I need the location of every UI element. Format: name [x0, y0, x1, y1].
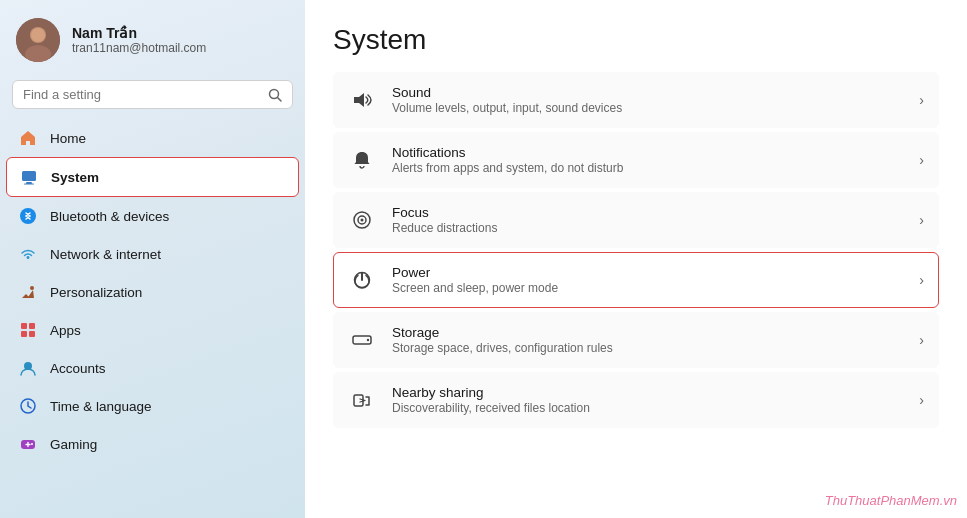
search-icon [268, 88, 282, 102]
chevron-right-icon-nearby: › [919, 392, 924, 408]
sound-icon [348, 86, 376, 114]
settings-item-title-storage: Storage [392, 325, 903, 340]
sidebar-item-home[interactable]: Home [6, 119, 299, 157]
sidebar-item-label-gaming: Gaming [50, 437, 97, 452]
settings-item-desc-notifications: Alerts from apps and system, do not dist… [392, 161, 903, 175]
sidebar-item-label-accounts: Accounts [50, 361, 106, 376]
power-icon [348, 266, 376, 294]
settings-item-desc-storage: Storage space, drives, configuration rul… [392, 341, 903, 355]
accounts-icon [18, 358, 38, 378]
apps-icon [18, 320, 38, 340]
search-bar[interactable] [12, 80, 293, 109]
sidebar-item-personalization[interactable]: Personalization [6, 273, 299, 311]
page-title: System [333, 24, 939, 56]
sidebar-item-label-time: Time & language [50, 399, 152, 414]
settings-item-text-nearby: Nearby sharing Discoverability, received… [392, 385, 903, 415]
svg-rect-11 [21, 323, 27, 329]
settings-item-text-sound: Sound Volume levels, output, input, soun… [392, 85, 903, 115]
sidebar-item-label-system: System [51, 170, 99, 185]
svg-marker-21 [354, 93, 364, 107]
settings-item-title-notifications: Notifications [392, 145, 903, 160]
bluetooth-icon [18, 206, 38, 226]
settings-item-text-power: Power Screen and sleep, power mode [392, 265, 903, 295]
svg-rect-8 [24, 184, 34, 185]
sidebar-item-system[interactable]: System [6, 157, 299, 197]
sidebar-item-label-bluetooth: Bluetooth & devices [50, 209, 169, 224]
user-email: tran11nam@hotmail.com [72, 41, 206, 55]
settings-item-nearby[interactable]: Nearby sharing Discoverability, received… [333, 372, 939, 428]
network-icon [18, 244, 38, 264]
chevron-right-icon-focus: › [919, 212, 924, 228]
settings-item-notifications[interactable]: Notifications Alerts from apps and syste… [333, 132, 939, 188]
settings-item-title-power: Power [392, 265, 903, 280]
user-info: Nam Trần tran11nam@hotmail.com [72, 25, 206, 55]
settings-item-storage[interactable]: Storage Storage space, drives, configura… [333, 312, 939, 368]
focus-icon [348, 206, 376, 234]
svg-point-9 [20, 208, 36, 224]
system-icon [19, 167, 39, 187]
settings-item-focus[interactable]: Focus Reduce distractions › [333, 192, 939, 248]
svg-rect-12 [29, 323, 35, 329]
svg-point-27 [367, 339, 369, 341]
sidebar-item-time[interactable]: Time & language [6, 387, 299, 425]
chevron-right-icon-power: › [919, 272, 924, 288]
settings-item-text-focus: Focus Reduce distractions [392, 205, 903, 235]
svg-rect-14 [29, 331, 35, 337]
sidebar-item-gaming[interactable]: Gaming [6, 425, 299, 463]
settings-item-desc-nearby: Discoverability, received files location [392, 401, 903, 415]
svg-point-20 [31, 443, 33, 445]
storage-icon [348, 326, 376, 354]
sidebar: Nam Trần tran11nam@hotmail.com Home [0, 0, 305, 518]
personalization-icon [18, 282, 38, 302]
sidebar-item-apps[interactable]: Apps [6, 311, 299, 349]
settings-item-title-sound: Sound [392, 85, 903, 100]
settings-list: Sound Volume levels, output, input, soun… [333, 72, 939, 430]
sidebar-item-label-apps: Apps [50, 323, 81, 338]
sidebar-item-label-network: Network & internet [50, 247, 161, 262]
avatar [16, 18, 60, 62]
home-icon [18, 128, 38, 148]
chevron-right-icon-sound: › [919, 92, 924, 108]
svg-point-24 [361, 219, 364, 222]
gaming-icon [18, 434, 38, 454]
settings-item-text-notifications: Notifications Alerts from apps and syste… [392, 145, 903, 175]
settings-item-sound[interactable]: Sound Volume levels, output, input, soun… [333, 72, 939, 128]
chevron-right-icon-storage: › [919, 332, 924, 348]
nearby-icon [348, 386, 376, 414]
chevron-right-icon-notifications: › [919, 152, 924, 168]
svg-rect-6 [22, 171, 36, 181]
user-profile: Nam Trần tran11nam@hotmail.com [0, 0, 305, 76]
sidebar-item-network[interactable]: Network & internet [6, 235, 299, 273]
user-name: Nam Trần [72, 25, 206, 41]
search-input[interactable] [23, 87, 260, 102]
sidebar-item-label-personalization: Personalization [50, 285, 142, 300]
settings-item-title-nearby: Nearby sharing [392, 385, 903, 400]
settings-item-desc-focus: Reduce distractions [392, 221, 903, 235]
main-content: System Sound Volume levels, output, inpu… [305, 0, 967, 518]
svg-point-10 [30, 286, 34, 290]
settings-item-desc-sound: Volume levels, output, input, sound devi… [392, 101, 903, 115]
settings-item-title-focus: Focus [392, 205, 903, 220]
svg-rect-13 [21, 331, 27, 337]
time-icon [18, 396, 38, 416]
settings-item-power[interactable]: Power Screen and sleep, power mode › [333, 252, 939, 308]
svg-point-3 [31, 28, 45, 42]
notifications-icon [348, 146, 376, 174]
svg-line-5 [278, 97, 282, 101]
watermark: ThuThuatPhanMem.vn [825, 493, 957, 508]
sidebar-item-bluetooth[interactable]: Bluetooth & devices [6, 197, 299, 235]
sidebar-item-label-home: Home [50, 131, 86, 146]
svg-rect-28 [354, 395, 363, 406]
settings-item-text-storage: Storage Storage space, drives, configura… [392, 325, 903, 355]
settings-item-desc-power: Screen and sleep, power mode [392, 281, 903, 295]
sidebar-item-accounts[interactable]: Accounts [6, 349, 299, 387]
nav-list: Home System Bluetooth & devices [0, 119, 305, 518]
